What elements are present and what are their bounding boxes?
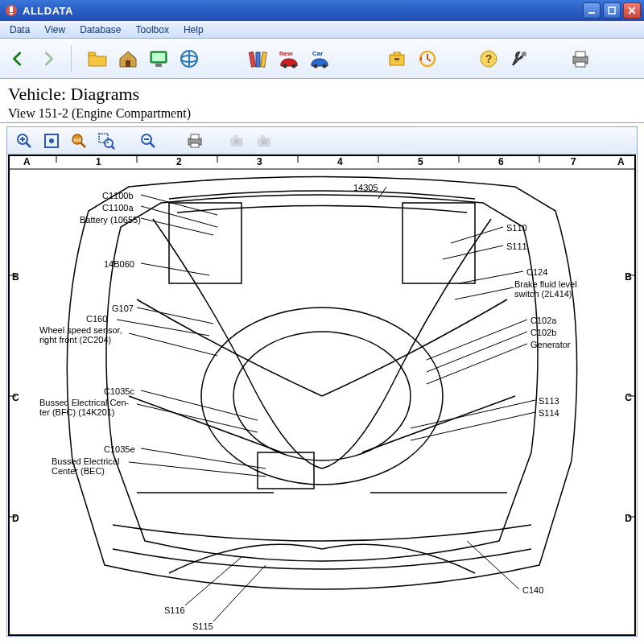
help-button[interactable]: ? [474,44,503,73]
main-toolbar: New Car ? [0,39,644,79]
svg-text:New: New [279,50,293,57]
house-button[interactable] [114,44,142,73]
folder-button[interactable] [83,44,112,73]
nav-forward-button[interactable] [37,47,60,70]
svg-line-93 [455,287,514,299]
svg-point-30 [522,52,526,56]
print-button[interactable] [566,44,595,73]
svg-point-56 [262,138,267,144]
grid-top-5: 5 [418,156,423,167]
grid-left-C: C [12,392,19,403]
callout-label: C124 [526,267,547,277]
svg-rect-15 [249,52,255,67]
network-button[interactable] [175,44,204,73]
zoom-region-button[interactable] [94,130,118,152]
grid-top-3: 3 [257,156,262,167]
svg-rect-73 [169,203,242,283]
svg-rect-3 [588,12,595,14]
svg-line-95 [427,332,527,372]
menu-toolbox[interactable]: Toolbox [130,23,175,37]
menu-database[interactable]: Database [73,23,127,37]
grid-top-4: 4 [337,156,343,167]
callout-label: C1035e [104,444,135,454]
grid-top-6: 6 [498,156,504,167]
window-titlebar: ALLDATA [0,0,644,21]
callout-label: Brake fluid levelswitch (2L414) [514,279,577,299]
monitor-button[interactable] [144,44,173,73]
nav-back-button[interactable] [6,47,29,70]
menu-view[interactable]: View [38,23,72,37]
callout-label: C140 [522,585,543,595]
svg-line-42 [80,142,85,147]
books-button[interactable] [244,44,273,73]
callout-label: Bussed ElectricalCenter (BEC) [52,456,119,476]
grid-top-2: 2 [176,156,182,167]
svg-point-20 [292,64,296,68]
toolbar-separator [71,45,72,72]
tool-button[interactable] [505,44,534,73]
svg-point-19 [283,64,287,68]
viewer-toolbar: 100 [7,127,637,155]
svg-text:?: ? [485,52,493,65]
grid-top-7: 7 [571,156,576,167]
diagram-canvas[interactable]: A 1 2 3 4 5 6 7 A B C D B C D C1100bC110… [7,155,637,636]
svg-rect-8 [126,60,130,67]
svg-rect-43 [99,134,108,142]
engine-diagram-svg [7,155,637,636]
callout-label: C1035c [104,386,134,396]
zoom-out-button[interactable] [136,130,160,152]
callout-label: Wheel speed sensor,right front (2C204) [39,325,122,345]
svg-point-53 [234,138,240,144]
svg-point-39 [49,138,54,143]
minimize-button[interactable] [583,2,601,19]
case-button[interactable] [382,44,411,73]
callout-label: S114 [539,408,559,418]
callout-label: G107 [112,303,134,313]
page-title: Vehicle: Diagrams [8,84,636,105]
svg-line-94 [427,320,527,360]
callout-label: S110 [506,223,527,233]
close-button[interactable] [623,2,641,19]
menu-data[interactable]: Data [3,23,36,37]
callout-label: C102b [530,328,556,337]
viewer-print-button[interactable] [183,130,207,152]
svg-rect-16 [256,52,260,67]
grid-top-A-left: A [23,156,31,167]
grid-right-C: C [625,392,632,403]
maximize-button[interactable] [603,2,621,19]
svg-rect-2 [10,13,13,14]
zoom-100-button[interactable]: 100 [67,130,91,152]
svg-line-83 [117,320,209,336]
svg-rect-57 [261,135,265,138]
history-button[interactable] [413,44,442,73]
svg-line-81 [141,263,209,275]
svg-rect-50 [191,134,199,139]
svg-rect-51 [191,143,199,147]
car-button[interactable]: Car [305,44,334,73]
svg-line-89 [378,187,386,199]
svg-line-85 [141,390,258,420]
svg-point-22 [314,64,318,68]
grid-left-B: B [12,271,19,283]
window-title: ALLDATA [23,5,583,17]
svg-rect-32 [576,52,585,57]
app-icon [5,4,18,17]
grid-right-D: D [625,513,632,524]
grid-top-1: 1 [96,156,101,167]
svg-rect-26 [394,58,399,60]
new-car-button[interactable]: New [275,44,303,73]
diagram-viewer: 100 [6,126,638,637]
svg-rect-11 [155,64,162,67]
svg-rect-17 [261,52,266,67]
menu-help[interactable]: Help [177,23,210,37]
callout-label: Generator [530,340,571,349]
svg-line-96 [427,344,527,384]
zoom-in-button[interactable] [12,130,36,152]
svg-line-90 [451,227,503,243]
fit-button[interactable] [39,130,64,152]
svg-line-100 [213,565,266,621]
svg-rect-33 [576,62,585,67]
camera-button-2 [252,130,276,152]
svg-line-98 [411,412,535,440]
svg-line-47 [150,142,155,147]
